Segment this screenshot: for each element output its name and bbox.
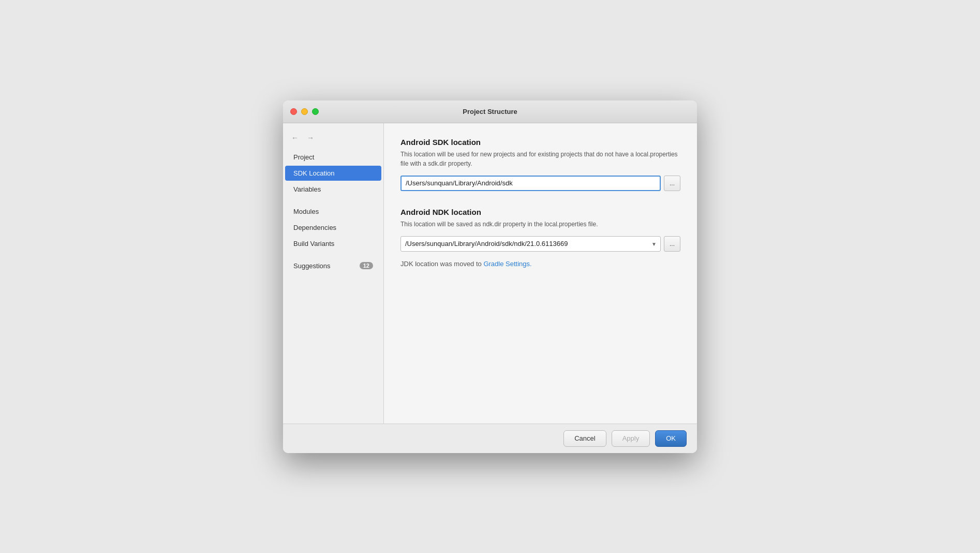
sidebar-item-project[interactable]: Project <box>285 150 381 165</box>
sidebar-item-project-label: Project <box>293 153 314 161</box>
nav-back-button[interactable]: ← <box>289 133 301 143</box>
section-gap <box>400 195 680 208</box>
sidebar-item-variables[interactable]: Variables <box>285 182 381 197</box>
traffic-lights <box>290 108 319 115</box>
android-ndk-select-wrapper: /Users/sunquan/Library/Android/sdk/ndk/2… <box>400 236 661 252</box>
sidebar-item-variables-label: Variables <box>293 185 321 193</box>
minimize-button[interactable] <box>301 108 308 115</box>
ok-button[interactable]: OK <box>655 430 687 447</box>
main-content: Android SDK location This location will … <box>384 123 697 424</box>
android-ndk-title: Android NDK location <box>400 208 680 216</box>
dialog-footer: Cancel Apply OK <box>283 424 697 453</box>
nav-forward-button[interactable]: → <box>305 133 316 143</box>
android-sdk-input-row: ... <box>400 176 680 191</box>
sidebar-item-dependencies-label: Dependencies <box>293 224 336 231</box>
jdk-note: JDK location was moved to Gradle Setting… <box>400 260 680 268</box>
nav-controls: ← → <box>283 128 383 149</box>
gradle-settings-link[interactable]: Gradle Settings. <box>483 260 531 268</box>
close-button[interactable] <box>290 108 297 115</box>
android-ndk-select-row: /Users/sunquan/Library/Android/sdk/ndk/2… <box>400 236 680 252</box>
title-bar: Project Structure <box>283 100 697 123</box>
apply-button[interactable]: Apply <box>612 430 650 447</box>
jdk-note-prefix: JDK location was moved to <box>400 260 483 268</box>
sidebar-item-build-variants[interactable]: Build Variants <box>285 236 381 251</box>
sidebar-item-modules-label: Modules <box>293 208 319 215</box>
sidebar-gap-1 <box>283 197 383 203</box>
sidebar-item-sdk-location[interactable]: SDK Location <box>285 166 381 181</box>
sidebar-item-modules[interactable]: Modules <box>285 204 381 219</box>
android-ndk-browse-button[interactable]: ... <box>664 236 680 252</box>
android-sdk-browse-button[interactable]: ... <box>664 176 680 191</box>
sidebar-item-suggestions[interactable]: Suggestions 12 <box>285 258 381 273</box>
suggestions-badge: 12 <box>360 262 373 269</box>
android-ndk-description: This location will be saved as ndk.dir p… <box>400 220 680 229</box>
maximize-button[interactable] <box>312 108 319 115</box>
project-structure-dialog: Project Structure ← → Project SDK Locati… <box>283 100 697 453</box>
sidebar-item-build-variants-label: Build Variants <box>293 240 334 248</box>
sidebar-gap-2 <box>283 252 383 258</box>
android-sdk-title: Android SDK location <box>400 138 680 147</box>
android-ndk-section: Android NDK location This location will … <box>400 208 680 252</box>
cancel-button[interactable]: Cancel <box>563 430 606 447</box>
sidebar-item-suggestions-label: Suggestions <box>293 262 331 270</box>
dialog-title: Project Structure <box>463 108 517 115</box>
android-sdk-section: Android SDK location This location will … <box>400 138 680 191</box>
android-ndk-select[interactable]: /Users/sunquan/Library/Android/sdk/ndk/2… <box>400 236 661 252</box>
sidebar-item-sdk-location-label: SDK Location <box>293 169 335 177</box>
android-sdk-description: This location will be used for new proje… <box>400 150 680 168</box>
dialog-body: ← → Project SDK Location Variables Modul… <box>283 123 697 424</box>
sidebar: ← → Project SDK Location Variables Modul… <box>283 123 384 424</box>
android-sdk-path-input[interactable] <box>400 176 661 191</box>
sidebar-item-dependencies[interactable]: Dependencies <box>285 220 381 235</box>
